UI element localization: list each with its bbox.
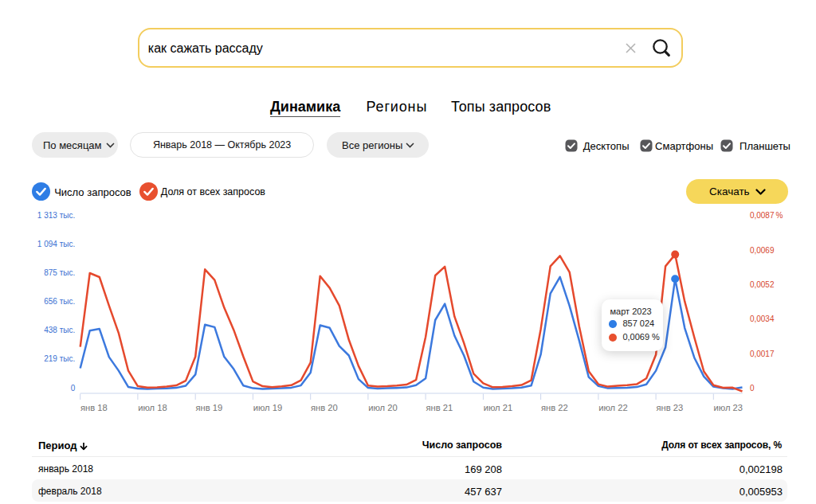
svg-text:438 тыс.: 438 тыс. — [44, 326, 75, 334]
svg-text:июл 22: июл 22 — [598, 403, 627, 412]
svg-text:янв 23: янв 23 — [656, 403, 683, 412]
svg-text:875 тыс.: 875 тыс. — [44, 268, 75, 277]
svg-text:янв 18: янв 18 — [80, 403, 108, 412]
svg-text:0,0017: 0,0017 — [750, 350, 775, 358]
svg-text:июл 19: июл 19 — [253, 403, 282, 412]
svg-text:янв 22: янв 22 — [541, 403, 568, 412]
svg-text:0,0034: 0,0034 — [750, 315, 775, 323]
svg-text:янв 21: янв 21 — [426, 403, 453, 412]
svg-text:янв 19: янв 19 — [196, 403, 223, 412]
svg-text:656 тыс.: 656 тыс. — [44, 297, 75, 306]
svg-text:1 094 тыс.: 1 094 тыс. — [37, 240, 75, 248]
svg-text:июл 21: июл 21 — [484, 403, 512, 412]
svg-text:0,0069: 0,0069 — [750, 246, 775, 255]
svg-text:июл 23: июл 23 — [714, 403, 743, 412]
svg-text:0,0087 %: 0,0087 % — [750, 211, 783, 220]
svg-text:июл 18: июл 18 — [138, 403, 167, 412]
svg-text:0,0052: 0,0052 — [750, 280, 775, 289]
svg-text:0: 0 — [71, 384, 76, 393]
svg-text:0: 0 — [750, 384, 755, 393]
svg-text:1 313 тыс.: 1 313 тыс. — [37, 211, 75, 220]
svg-text:219 тыс.: 219 тыс. — [44, 354, 75, 363]
svg-text:июл 20: июл 20 — [368, 403, 397, 412]
svg-text:янв 20: янв 20 — [311, 403, 338, 412]
